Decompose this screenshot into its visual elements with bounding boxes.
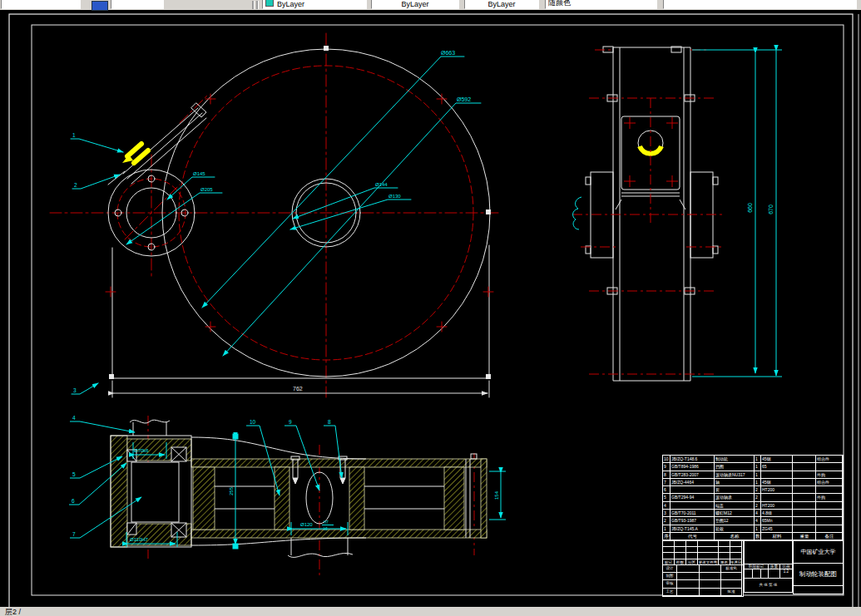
signature-cell — [677, 580, 700, 588]
signature-cell — [677, 589, 700, 596]
bom-cell: JB/ZQ-T148.6 — [670, 456, 715, 463]
bom-cell: 外购 — [816, 494, 843, 501]
bom-cell: 9 — [663, 463, 670, 471]
dim-label: 670 — [768, 205, 774, 214]
bom-cell: 1 — [755, 463, 761, 471]
balloon-label: 8 — [328, 419, 331, 425]
signature-cell — [700, 589, 721, 596]
bom-cell — [670, 486, 715, 494]
dim-label: Ø130 — [388, 194, 401, 199]
bom-cell: HT200 — [761, 502, 793, 510]
bom-cell: 3 — [663, 510, 670, 517]
bom-cell: 2 — [663, 517, 670, 525]
bom-cell — [816, 510, 843, 517]
bom-table: 10JB/ZQ-T148.6制动轮145钢组合件9GB/T894-1986挡圈1… — [662, 455, 844, 541]
linetype-combo[interactable]: ByLayer — [371, 0, 459, 9]
bom-cell: 4.8级 — [761, 510, 793, 517]
layer-tab-label[interactable]: 层2 / — [5, 608, 21, 616]
balloon-label: 1 — [72, 132, 76, 138]
bom-cell: 2 — [755, 502, 761, 510]
revision-cell — [675, 553, 686, 559]
layer-manager-icon[interactable] — [92, 1, 108, 11]
revision-cell — [686, 553, 698, 559]
drawing-title: 制动轮装配图 — [794, 564, 843, 586]
bom-cell: 制动轮 — [715, 456, 755, 463]
bom-cell — [793, 463, 816, 471]
revision-cell — [698, 541, 719, 547]
lineweight-combo[interactable]: ByLayer — [464, 0, 539, 9]
organization-name: 中国矿业大学 — [794, 541, 843, 564]
dim-label: Ø663 — [441, 50, 455, 56]
bom-header-cell: 代号 — [670, 533, 715, 540]
bom-cell: 65 — [761, 463, 793, 471]
signature-cell: 设计 — [663, 565, 677, 573]
bom-header-cell: 序号 — [663, 533, 670, 540]
bom-cell: GB/T70-2011 — [670, 510, 715, 517]
signature-cell — [700, 580, 721, 588]
bom-cell: 8 — [663, 471, 670, 479]
titleblock-middle: 阶段标记 质量 比例 1:2 共 张 第 张 — [744, 540, 793, 593]
bom-cell: 端盖 — [715, 502, 755, 510]
bom-cell: 4 — [755, 517, 761, 525]
mass-value — [769, 569, 780, 579]
dim-label: 255 — [229, 486, 234, 495]
color-combo-value: ByLayer — [277, 0, 304, 8]
extra-combo[interactable] — [663, 0, 857, 9]
signature-cell — [721, 580, 742, 588]
bom-cell: JB/ZQ-4464 — [670, 479, 715, 486]
layer-combo[interactable] — [1, 0, 81, 9]
bom-cell — [761, 471, 793, 479]
stage-mark-box — [745, 541, 792, 564]
bom-cell: 2 — [755, 494, 761, 501]
bom-cell — [793, 494, 816, 501]
dim-label: 660 — [747, 203, 753, 213]
dim-label: Ø592 — [457, 96, 471, 102]
bom-cell: 挡圈 — [715, 463, 755, 471]
revision-cell — [730, 553, 742, 559]
color-combo[interactable]: ByLayer — [262, 0, 367, 9]
bom-header-cell: 备注 — [816, 533, 843, 540]
revision-cell — [675, 541, 686, 547]
layer-state-combo[interactable] — [111, 0, 164, 9]
balloon-label: 4 — [72, 415, 76, 421]
bom-cell — [816, 502, 843, 510]
balloon-label: 3 — [73, 387, 77, 393]
bom-cell: 1 — [755, 471, 761, 479]
bom-cell — [793, 471, 816, 479]
bom-header-cell: 重量 — [793, 533, 816, 540]
signature-cell — [677, 565, 700, 573]
revision-cell — [719, 541, 730, 547]
bom-cell — [816, 463, 843, 471]
revision-table: 标记处数分区更改文件号签名年月日 — [662, 540, 744, 566]
dim-label: Ø110H7 — [130, 537, 149, 542]
bom-cell: 螺钉M12 — [715, 510, 755, 517]
signature-cell: 制图 — [663, 573, 677, 580]
bom-cell: GB/T93-1987 — [670, 517, 715, 525]
bom-cell: 6 — [663, 486, 670, 494]
bom-cell: 轴 — [715, 479, 755, 486]
plotstyle-combo-value: 随颜色 — [548, 0, 571, 8]
revision-cell — [663, 547, 675, 553]
dim-label: Ø144 — [375, 182, 388, 187]
dim-label: 762 — [293, 386, 303, 392]
bom-cell: 滚动轴承 — [715, 494, 755, 501]
bom-cell — [793, 510, 816, 517]
signature-table: 设计标准化制图审核工艺批准 — [662, 564, 744, 597]
bom-cell: 垫圈12 — [715, 517, 755, 525]
bom-cell — [793, 502, 816, 510]
bom-header-cell: 数量 — [755, 533, 761, 540]
bom-cell: 2 — [755, 486, 761, 494]
properties-toolbar: ByLayer ByLayer ByLayer 随颜色 — [0, 0, 861, 10]
cad-application-window: ByLayer ByLayer ByLayer 随颜色 — [0, 0, 861, 616]
bom-cell: 10 — [663, 456, 670, 463]
bom-cell: 套 — [715, 486, 755, 494]
plotstyle-combo[interactable]: 随颜色 — [545, 0, 657, 9]
toolbar-separator — [256, 1, 259, 9]
bom-cell: 65Mn — [761, 517, 793, 525]
bom-cell — [761, 494, 793, 501]
dim-label: Ø205 — [200, 187, 213, 192]
revision-cell — [663, 553, 675, 559]
toolbar-separator — [252, 1, 255, 9]
bom-cell: 外购 — [816, 471, 843, 479]
bom-cell: 轮毂 — [715, 525, 755, 533]
